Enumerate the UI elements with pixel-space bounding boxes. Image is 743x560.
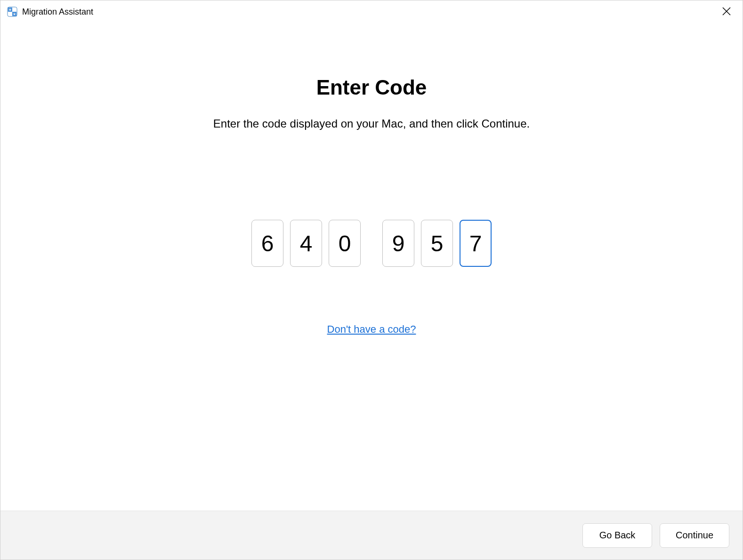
- close-button[interactable]: [718, 3, 735, 20]
- migration-assistant-window: Migration Assistant Enter Code Enter the…: [0, 0, 743, 560]
- code-input-row: [251, 220, 492, 267]
- code-digit-3[interactable]: [329, 220, 361, 267]
- content-area: Enter Code Enter the code displayed on y…: [0, 23, 743, 511]
- code-digit-5[interactable]: [421, 220, 453, 267]
- go-back-button[interactable]: Go Back: [582, 523, 652, 548]
- close-icon: [722, 7, 731, 17]
- app-title: Migration Assistant: [22, 7, 93, 17]
- code-group-2: [382, 220, 492, 267]
- page-heading: Enter Code: [316, 76, 427, 99]
- no-code-link[interactable]: Don't have a code?: [327, 323, 416, 336]
- code-digit-2[interactable]: [290, 220, 322, 267]
- migration-assistant-icon: [7, 7, 17, 17]
- code-group-gap: [367, 220, 376, 267]
- code-digit-1[interactable]: [251, 220, 283, 267]
- continue-button[interactable]: Continue: [660, 523, 729, 548]
- footer-bar: Go Back Continue: [0, 511, 743, 560]
- code-digit-6[interactable]: [460, 220, 492, 267]
- titlebar-left: Migration Assistant: [7, 7, 93, 17]
- code-digit-4[interactable]: [382, 220, 414, 267]
- code-group-1: [251, 220, 361, 267]
- titlebar: Migration Assistant: [0, 0, 743, 23]
- page-subheading: Enter the code displayed on your Mac, an…: [213, 117, 530, 130]
